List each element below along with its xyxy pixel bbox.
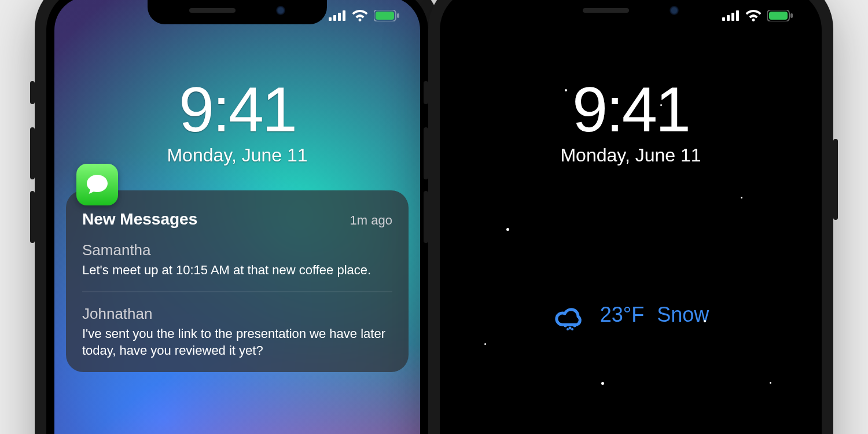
notification-title: New Messages [82,210,197,229]
svg-rect-6 [376,12,394,20]
volume-up-button [30,127,35,179]
lock-screen-clock: 9:41 Monday, June 11 [54,78,420,166]
svg-rect-9 [731,13,734,21]
volume-up-button [424,127,428,179]
lock-screen-light[interactable]: 9:41 Monday, June 11 New Messages 1m ago [54,0,420,434]
wifi-icon [352,10,368,21]
svg-rect-7 [722,17,725,21]
clock-time: 9:41 [54,78,420,141]
svg-rect-1 [333,15,336,21]
star [660,104,662,106]
svg-rect-10 [736,10,739,21]
star [484,343,486,345]
svg-rect-12 [790,13,793,18]
front-camera [670,6,679,15]
battery-icon [374,10,399,21]
message-body: Let's meet up at 10:15 AM at that new co… [82,262,392,279]
notification-message: Johnathan I've sent you the link to the … [82,305,392,359]
message-divider [82,292,392,292]
svg-rect-13 [769,12,788,20]
starfield-wallpaper [448,0,814,434]
message-sender: Johnathan [82,305,392,323]
volume-down-button [424,191,428,243]
notification-timestamp: 1m ago [350,213,392,228]
star [741,197,742,198]
earpiece-speaker [583,8,629,13]
power-button [833,139,838,220]
wifi-icon [745,10,762,21]
battery-icon [767,10,793,21]
star [601,382,604,385]
display-notch [541,0,720,24]
svg-rect-2 [338,13,341,21]
star [704,320,706,322]
star [565,89,567,91]
front-camera [276,6,285,15]
message-sender: Samantha [82,241,392,259]
star [506,228,509,231]
svg-rect-3 [343,10,345,21]
star [770,382,771,384]
mute-switch [30,81,35,104]
phone-mockup-light: 9:41 Monday, June 11 New Messages 1m ago [35,0,440,434]
cellular-signal-icon [722,10,740,21]
message-body: I've sent you the link to the presentati… [82,325,392,359]
svg-rect-5 [397,13,399,18]
svg-rect-0 [329,17,332,21]
notification-message: Samantha Let's meet up at 10:15 AM at th… [82,241,392,279]
earpiece-speaker [189,8,236,13]
messages-app-icon [76,164,118,205]
display-notch [148,0,327,24]
cellular-signal-icon [329,10,346,21]
svg-rect-8 [727,15,730,21]
phone-mockup-dark: 9:41 Monday, June 11 23°F Snow [428,0,833,434]
clock-date: Monday, June 11 [54,145,420,166]
notification-card[interactable]: New Messages 1m ago Samantha Let's meet … [66,190,409,372]
lock-screen-dark[interactable]: 9:41 Monday, June 11 23°F Snow [448,0,814,434]
mute-switch [424,81,428,104]
volume-down-button [30,191,35,243]
